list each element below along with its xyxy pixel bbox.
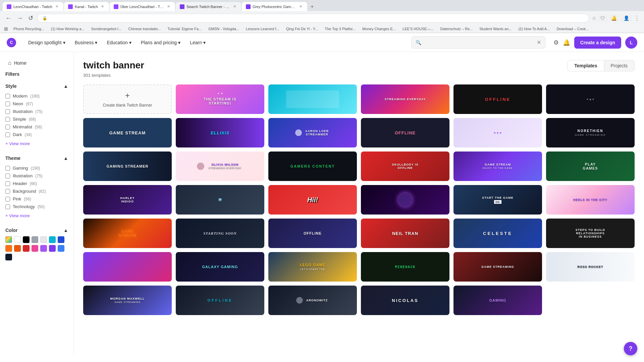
theme-illustration-checkbox[interactable] (5, 174, 10, 178)
style-illustration-checkbox[interactable] (5, 109, 10, 114)
tab-4[interactable]: Search Twitch Banner - Canva ✕ (176, 2, 241, 11)
bookmark-14[interactable]: (2) How To Add A... (517, 26, 551, 32)
address-bar[interactable]: 🔒 canva.com/search/templates?q=Twitch%20… (37, 14, 589, 22)
search-box[interactable]: 🔍 twitch banner ✕ (411, 36, 545, 49)
template-card-harley[interactable]: HARLEYINDIGO (83, 185, 172, 215)
template-card-olivia[interactable]: Olivia Wilsonstreaming everyday (176, 152, 264, 181)
template-card-gaming-astro[interactable]: GAMING (453, 286, 542, 315)
extension-icon-2[interactable]: 🔔 (609, 14, 619, 22)
color-swatch-blue[interactable] (58, 245, 64, 252)
style-neon[interactable]: Neon (97) (5, 100, 68, 108)
theme-background[interactable]: Background (62) (5, 187, 68, 195)
back-button[interactable]: ← (4, 13, 13, 23)
template-card-offline-red[interactable]: OFFLINE (453, 84, 542, 114)
nav-education[interactable]: Education ▾ (103, 37, 135, 48)
template-card-minehack[interactable]: minehack (361, 252, 449, 282)
bookmark-4[interactable]: Chinese translatio... (127, 26, 162, 32)
template-card-anime[interactable]: STREAMING EVERYDAY (361, 84, 449, 114)
color-swatch-white[interactable] (14, 236, 21, 243)
style-minimalist[interactable]: Minimalist (58) (5, 123, 68, 131)
template-card-starting-soon[interactable]: Starting Soon (176, 219, 264, 248)
help-button[interactable]: ? (624, 342, 637, 355)
template-card-offline-cute[interactable]: Offline (268, 219, 357, 248)
style-simple-checkbox[interactable] (5, 117, 10, 122)
template-card-heels[interactable]: HEELS IN THE CITY (546, 185, 635, 215)
template-card-skullbody[interactable]: SKULLBODY ISOFFLINE (361, 152, 449, 181)
template-card-start-game[interactable]: START THE GAMEOK (453, 185, 542, 215)
bookmark-3[interactable]: Sonderangebot I... (90, 26, 123, 32)
style-dark[interactable]: Dark (34) (5, 131, 68, 138)
theme-technology[interactable]: Technology (50) (5, 203, 68, 210)
theme-gaming[interactable]: Gaming (190) (5, 164, 68, 172)
theme-background-checkbox[interactable] (5, 189, 10, 194)
template-card-lego[interactable]: LEGO GAMELet's Start The (268, 252, 357, 282)
user-avatar[interactable]: L (625, 37, 637, 49)
theme-header-checkbox[interactable] (5, 181, 10, 186)
tab-2-close[interactable]: ✕ (100, 4, 105, 9)
theme-pink-checkbox[interactable] (5, 197, 10, 201)
bookmark-7[interactable]: Lessons Learned f... (245, 26, 281, 32)
style-illustration[interactable]: Illustration (75) (5, 108, 68, 115)
color-swatch-black[interactable] (23, 236, 30, 243)
tab-2[interactable]: Kanal - Twitch ✕ (64, 2, 109, 11)
extension-icon-1[interactable]: 🛡 (598, 14, 607, 22)
template-card-nicolas[interactable]: NICOLAS (361, 286, 449, 315)
tab-1-close[interactable]: ✕ (54, 4, 59, 9)
template-card-steps[interactable]: STEPS TO BUILDRELATIONSHIPSIN BUSINESS (546, 219, 635, 248)
style-neon-checkbox[interactable] (5, 102, 10, 106)
bookmark-9[interactable]: The Top 3 Platfor... (323, 26, 357, 32)
template-card-game-streaming-red[interactable]: GAME STREAMING (453, 252, 542, 282)
template-card-galaxy[interactable]: GALAXY GAMING (176, 252, 264, 282)
template-card-morgan[interactable]: MORGAN MAXWELLGAME STREAMING (83, 286, 172, 315)
templates-tab[interactable]: Templates (568, 60, 604, 71)
color-swatch-red[interactable] (23, 245, 30, 252)
template-card-offline-star[interactable]: OFFLINE (361, 118, 449, 147)
bookmark-1[interactable]: Phone Recycling... (12, 26, 46, 32)
create-blank-card[interactable]: + Create blank Twitch Banner (83, 84, 172, 114)
template-card-dark-glow[interactable] (361, 185, 449, 215)
bookmark-11[interactable]: LEE'S HOUSE—... (401, 26, 435, 32)
tab-3[interactable]: Über LeonChaudhari - Twitch ✕ (110, 2, 175, 11)
template-card-red-comic[interactable]: Hii! (268, 185, 357, 215)
tab-5[interactable]: Grey Photocentric Game Nigh... ✕ (242, 2, 307, 11)
notification-icon[interactable]: 🔔 (563, 39, 570, 46)
color-swatch-light-gray[interactable] (40, 236, 47, 243)
template-card-offline-grey[interactable]: OFFLINE (176, 286, 264, 315)
bookmark-12[interactable]: Datenschutz – Re... (439, 26, 474, 32)
canva-logo[interactable]: C (7, 38, 16, 47)
color-swatch-gray[interactable] (32, 236, 38, 243)
template-card-ross[interactable]: ROSS ROCKET (546, 252, 635, 282)
template-card-aronowitz[interactable]: ARONOWITZ (268, 286, 357, 315)
color-swatch-dark[interactable] (5, 254, 12, 260)
bookmark-15[interactable]: Download – Cook... (555, 26, 590, 32)
settings-icon[interactable]: ⚙ (553, 39, 559, 46)
new-tab-button[interactable]: + (308, 2, 316, 11)
template-card-game-stream[interactable]: GAME STREAM (83, 118, 172, 147)
color-swatch-pink[interactable] (32, 245, 38, 252)
style-modern-checkbox[interactable] (5, 94, 10, 99)
style-minimalist-checkbox[interactable] (5, 125, 10, 129)
color-section-header[interactable]: Color ▲ (5, 228, 68, 233)
template-card-neil[interactable]: NEIL TRAN (361, 219, 449, 248)
bookmark-8[interactable]: Qing Fei De Yi - Y... (285, 26, 320, 32)
template-card-dark-space[interactable]: ✦ ◈ ✦ (546, 84, 635, 114)
bookmark-10[interactable]: Money Changes E... (361, 26, 397, 32)
template-card-city[interactable]: 🏙️ (176, 185, 264, 215)
nav-design-spotlight[interactable]: Design spotlight ▾ (24, 37, 69, 48)
template-card-purple-hearts[interactable]: ♥ ♥ ♥ (453, 118, 542, 147)
color-swatch-orange[interactable] (5, 245, 12, 252)
template-card-play-games[interactable]: PlayGAMES (546, 152, 635, 181)
nav-business[interactable]: Business ▾ (71, 37, 102, 48)
search-clear-icon[interactable]: ✕ (537, 39, 541, 46)
template-card-fire[interactable]: GAMESTREAM (83, 219, 172, 248)
tab-5-close[interactable]: ✕ (298, 4, 303, 9)
template-card-aaron[interactable]: AARON LOEBSTREAMMER (268, 118, 357, 147)
template-card-gaming-streamer[interactable]: GAMING STREAMER (83, 152, 172, 181)
template-card-ellixis[interactable]: ELLIXIS (176, 118, 264, 147)
bookmark-5[interactable]: Tutorial: Eigene Fa... (166, 26, 203, 32)
search-input[interactable]: twitch banner (424, 40, 534, 45)
style-dark-checkbox[interactable] (5, 132, 10, 137)
template-card-game-stream-purple[interactable]: GAME STREAMENJOY TO THE GAME (453, 152, 542, 181)
sidebar-home-item[interactable]: ⌂ Home (3, 57, 71, 69)
projects-tab[interactable]: Projects (604, 60, 634, 71)
